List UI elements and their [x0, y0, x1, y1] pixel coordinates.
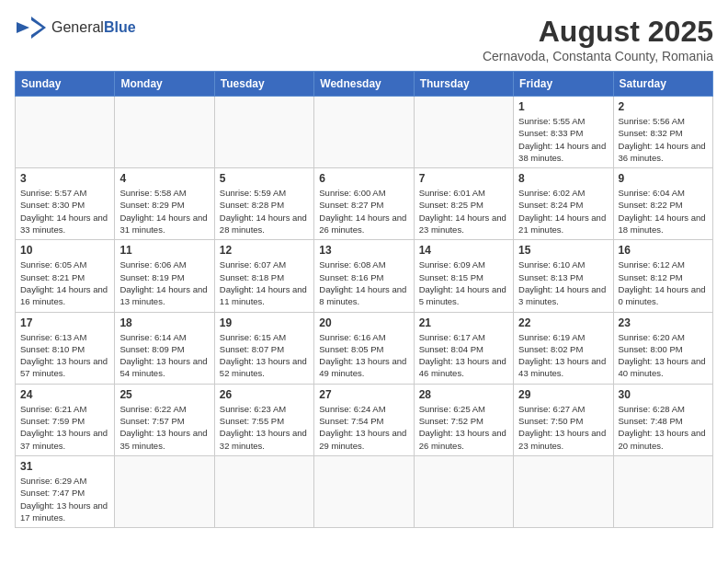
day-info: Sunrise: 5:55 AM Sunset: 8:33 PM Dayligh… — [518, 115, 608, 164]
day-number: 13 — [319, 244, 408, 257]
calendar-day-cell: 13Sunrise: 6:08 AM Sunset: 8:16 PM Dayli… — [314, 240, 414, 312]
day-number: 2 — [619, 100, 708, 113]
day-of-week-header: Wednesday — [314, 72, 414, 97]
day-info: Sunrise: 6:01 AM Sunset: 8:25 PM Dayligh… — [419, 187, 508, 236]
calendar-day-cell: 1Sunrise: 5:55 AM Sunset: 8:33 PM Daylig… — [514, 97, 613, 168]
day-info: Sunrise: 6:21 AM Sunset: 7:59 PM Dayligh… — [20, 403, 109, 452]
day-info: Sunrise: 6:19 AM Sunset: 8:02 PM Dayligh… — [518, 331, 608, 380]
calendar-day-cell — [414, 455, 513, 527]
day-number: 23 — [619, 316, 708, 329]
day-info: Sunrise: 6:12 AM Sunset: 8:12 PM Dayligh… — [619, 259, 708, 307]
calendar-day-cell: 17Sunrise: 6:13 AM Sunset: 8:10 PM Dayli… — [16, 312, 115, 384]
day-number: 7 — [419, 172, 508, 185]
day-info: Sunrise: 6:20 AM Sunset: 8:00 PM Dayligh… — [619, 331, 708, 380]
location-subtitle: Cernavoda, Constanta County, Romania — [483, 49, 713, 63]
calendar-day-cell — [314, 97, 414, 168]
calendar-day-cell: 8Sunrise: 6:02 AM Sunset: 8:24 PM Daylig… — [514, 168, 613, 240]
calendar-week-row: 31Sunrise: 6:29 AM Sunset: 7:47 PM Dayli… — [16, 455, 713, 527]
calendar-day-cell: 28Sunrise: 6:25 AM Sunset: 7:52 PM Dayli… — [414, 384, 513, 455]
day-info: Sunrise: 5:56 AM Sunset: 8:32 PM Dayligh… — [619, 115, 708, 164]
calendar-day-cell: 11Sunrise: 6:06 AM Sunset: 8:19 PM Dayli… — [115, 240, 214, 312]
calendar-day-cell: 16Sunrise: 6:12 AM Sunset: 8:12 PM Dayli… — [613, 240, 712, 312]
day-info: Sunrise: 6:15 AM Sunset: 8:07 PM Dayligh… — [220, 331, 309, 380]
day-number: 20 — [319, 316, 408, 329]
day-number: 8 — [518, 172, 608, 185]
calendar-day-cell: 7Sunrise: 6:01 AM Sunset: 8:25 PM Daylig… — [414, 168, 513, 240]
day-number: 28 — [419, 388, 508, 401]
day-info: Sunrise: 6:22 AM Sunset: 7:57 PM Dayligh… — [119, 403, 209, 452]
calendar-day-cell: 30Sunrise: 6:28 AM Sunset: 7:48 PM Dayli… — [613, 384, 712, 455]
calendar-day-cell — [115, 455, 214, 527]
day-number: 30 — [619, 388, 708, 401]
calendar-day-cell — [16, 97, 115, 168]
day-info: Sunrise: 5:58 AM Sunset: 8:29 PM Dayligh… — [119, 187, 209, 236]
calendar-day-cell: 15Sunrise: 6:10 AM Sunset: 8:13 PM Dayli… — [514, 240, 613, 312]
day-number: 24 — [20, 388, 109, 401]
day-number: 22 — [518, 316, 608, 329]
calendar-week-row: 24Sunrise: 6:21 AM Sunset: 7:59 PM Dayli… — [16, 384, 713, 455]
day-info: Sunrise: 6:06 AM Sunset: 8:19 PM Dayligh… — [119, 259, 209, 307]
calendar-day-cell: 6Sunrise: 6:00 AM Sunset: 8:27 PM Daylig… — [314, 168, 414, 240]
calendar-header: SundayMondayTuesdayWednesdayThursdayFrid… — [16, 72, 713, 97]
day-number: 18 — [119, 316, 209, 329]
day-number: 11 — [119, 244, 209, 257]
calendar-day-cell: 21Sunrise: 6:17 AM Sunset: 8:04 PM Dayli… — [414, 312, 513, 384]
calendar-day-cell — [514, 455, 613, 527]
day-number: 29 — [518, 388, 608, 401]
day-info: Sunrise: 6:16 AM Sunset: 8:05 PM Dayligh… — [319, 331, 408, 380]
day-number: 5 — [220, 172, 309, 185]
calendar-week-row: 10Sunrise: 6:05 AM Sunset: 8:21 PM Dayli… — [16, 240, 713, 312]
day-number: 4 — [119, 172, 209, 185]
calendar-week-row: 1Sunrise: 5:55 AM Sunset: 8:33 PM Daylig… — [16, 97, 713, 168]
day-number: 9 — [619, 172, 708, 185]
day-number: 12 — [220, 244, 309, 257]
calendar-day-cell: 31Sunrise: 6:29 AM Sunset: 7:47 PM Dayli… — [16, 455, 115, 527]
day-info: Sunrise: 6:08 AM Sunset: 8:16 PM Dayligh… — [319, 259, 408, 307]
calendar-week-row: 3Sunrise: 5:57 AM Sunset: 8:30 PM Daylig… — [16, 168, 713, 240]
day-number: 1 — [518, 100, 608, 113]
day-info: Sunrise: 6:28 AM Sunset: 7:48 PM Dayligh… — [619, 403, 708, 452]
logo-text: GeneralBlue — [51, 19, 136, 36]
calendar-day-cell — [214, 97, 313, 168]
day-info: Sunrise: 6:00 AM Sunset: 8:27 PM Dayligh… — [319, 187, 408, 236]
logo: GeneralBlue — [15, 15, 136, 40]
day-info: Sunrise: 6:17 AM Sunset: 8:04 PM Dayligh… — [419, 331, 508, 380]
day-info: Sunrise: 6:13 AM Sunset: 8:10 PM Dayligh… — [20, 331, 109, 380]
title-area: August 2025 Cernavoda, Constanta County,… — [483, 15, 713, 63]
calendar-day-cell: 9Sunrise: 6:04 AM Sunset: 8:22 PM Daylig… — [613, 168, 712, 240]
calendar-day-cell: 5Sunrise: 5:59 AM Sunset: 8:28 PM Daylig… — [214, 168, 313, 240]
calendar-week-row: 17Sunrise: 6:13 AM Sunset: 8:10 PM Dayli… — [16, 312, 713, 384]
days-of-week-row: SundayMondayTuesdayWednesdayThursdayFrid… — [16, 72, 713, 97]
calendar-day-cell: 27Sunrise: 6:24 AM Sunset: 7:54 PM Dayli… — [314, 384, 414, 455]
day-info: Sunrise: 6:05 AM Sunset: 8:21 PM Dayligh… — [20, 259, 109, 307]
day-number: 31 — [20, 460, 109, 473]
calendar-day-cell: 20Sunrise: 6:16 AM Sunset: 8:05 PM Dayli… — [314, 312, 414, 384]
day-info: Sunrise: 6:14 AM Sunset: 8:09 PM Dayligh… — [119, 331, 209, 380]
calendar-day-cell: 12Sunrise: 6:07 AM Sunset: 8:18 PM Dayli… — [214, 240, 313, 312]
day-info: Sunrise: 6:09 AM Sunset: 8:15 PM Dayligh… — [419, 259, 508, 307]
calendar-day-cell: 3Sunrise: 5:57 AM Sunset: 8:30 PM Daylig… — [16, 168, 115, 240]
day-info: Sunrise: 6:02 AM Sunset: 8:24 PM Dayligh… — [518, 187, 608, 236]
day-number: 16 — [619, 244, 708, 257]
calendar-day-cell — [214, 455, 313, 527]
calendar-day-cell — [115, 97, 214, 168]
month-year-title: August 2025 — [483, 15, 713, 49]
day-info: Sunrise: 6:29 AM Sunset: 7:47 PM Dayligh… — [20, 475, 109, 523]
calendar-day-cell: 10Sunrise: 6:05 AM Sunset: 8:21 PM Dayli… — [16, 240, 115, 312]
calendar-table: SundayMondayTuesdayWednesdayThursdayFrid… — [15, 71, 713, 528]
calendar-day-cell: 24Sunrise: 6:21 AM Sunset: 7:59 PM Dayli… — [16, 384, 115, 455]
day-number: 6 — [319, 172, 408, 185]
day-of-week-header: Friday — [514, 72, 613, 97]
calendar-day-cell: 14Sunrise: 6:09 AM Sunset: 8:15 PM Dayli… — [414, 240, 513, 312]
day-number: 26 — [220, 388, 309, 401]
calendar-day-cell — [613, 455, 712, 527]
calendar-day-cell — [414, 97, 513, 168]
day-info: Sunrise: 6:23 AM Sunset: 7:55 PM Dayligh… — [220, 403, 309, 452]
calendar-day-cell: 2Sunrise: 5:56 AM Sunset: 8:32 PM Daylig… — [613, 97, 712, 168]
calendar-day-cell: 19Sunrise: 6:15 AM Sunset: 8:07 PM Dayli… — [214, 312, 313, 384]
day-info: Sunrise: 6:07 AM Sunset: 8:18 PM Dayligh… — [220, 259, 309, 307]
calendar-day-cell: 23Sunrise: 6:20 AM Sunset: 8:00 PM Dayli… — [613, 312, 712, 384]
day-of-week-header: Thursday — [414, 72, 513, 97]
day-of-week-header: Saturday — [613, 72, 712, 97]
day-info: Sunrise: 6:04 AM Sunset: 8:22 PM Dayligh… — [619, 187, 708, 236]
